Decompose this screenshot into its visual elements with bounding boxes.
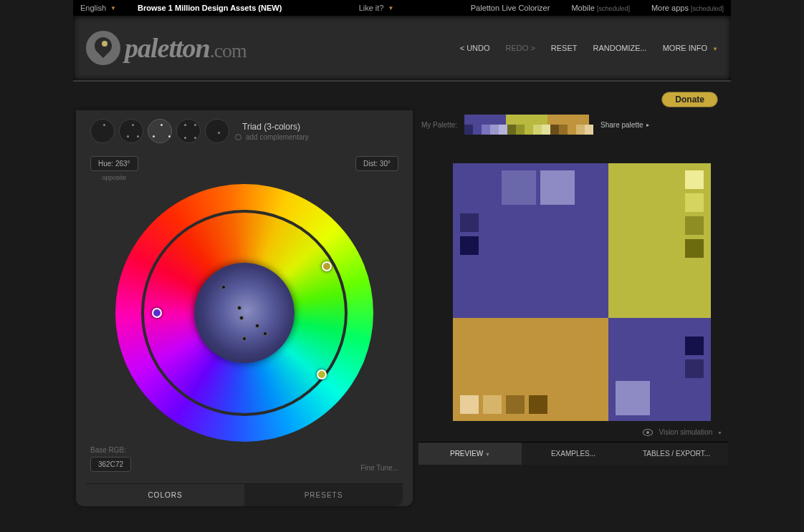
mini-swatch[interactable] (568, 125, 576, 135)
preview-swatch[interactable] (460, 395, 479, 414)
scheme-selector (90, 119, 229, 143)
language-label: English (80, 4, 106, 12)
preview-swatch[interactable] (685, 170, 704, 189)
color-wheel-panel: Triad (3-colors) add complementary Hue: … (76, 110, 413, 506)
undo-button[interactable]: < UNDO (460, 44, 490, 52)
preview-swatch[interactable] (685, 239, 704, 258)
preview-swatch[interactable] (685, 193, 704, 212)
fine-tune-link[interactable]: Fine Tune... (360, 464, 398, 472)
browse-assets-link[interactable]: Browse 1 Million Design Assets (NEW) (138, 4, 282, 12)
wheel-shade-dot[interactable] (239, 316, 244, 320)
preview-swatch[interactable] (540, 170, 575, 205)
like-it-dropdown[interactable]: Like it? ▼ (359, 4, 394, 12)
mini-palette[interactable] (464, 115, 593, 135)
top-bar: English ▼ Browse 1 Million Design Assets… (73, 0, 731, 16)
tab-examples[interactable]: EXAMPLES... (522, 442, 625, 465)
preview-swatch[interactable] (616, 381, 650, 415)
mobile-link[interactable]: Mobile [scheduled] (571, 4, 630, 12)
base-rgb-label: Base RGB: (90, 446, 131, 454)
logo-text: paletton.com (125, 32, 247, 64)
mini-swatch[interactable] (542, 125, 550, 135)
mini-swatch[interactable] (482, 125, 490, 135)
wheel-shade-dot[interactable] (255, 324, 259, 328)
language-selector[interactable]: English ▼ (80, 4, 116, 12)
mini-swatch[interactable] (490, 125, 499, 135)
scheme-option-triad[interactable] (148, 119, 172, 143)
preview-swatch[interactable] (460, 236, 479, 255)
palette-panel: My Palette: Share palette ▸ (418, 110, 728, 506)
mini-swatch[interactable] (499, 125, 507, 135)
mini-swatch[interactable] (507, 125, 516, 135)
scheme-option-monochromatic[interactable] (90, 119, 115, 143)
add-complementary-toggle[interactable]: add complementary (235, 133, 309, 141)
chevron-down-icon: ▼ (717, 430, 722, 435)
left-tab-bar: COLORS PRESETS (86, 483, 403, 506)
more-apps-link[interactable]: More apps [scheduled] (651, 4, 724, 12)
mini-swatch[interactable] (585, 125, 593, 135)
preview-swatch[interactable] (506, 395, 525, 414)
share-palette-link[interactable]: Share palette ▸ (600, 121, 649, 129)
eye-icon (643, 429, 653, 436)
hue-chip[interactable]: Hue: 263° (90, 156, 138, 171)
tab-colors[interactable]: COLORS (86, 484, 244, 506)
chevron-right-icon: ▸ (646, 122, 649, 128)
redo-button: REDO > (506, 44, 535, 52)
scheme-option-tetrad[interactable] (176, 119, 201, 143)
mini-swatch[interactable] (473, 125, 482, 135)
wheel-handle[interactable] (317, 369, 327, 379)
tab-preview[interactable]: PREVIEW▼ (418, 442, 522, 465)
mini-swatch[interactable] (516, 125, 525, 135)
preview-quadrant-primary[interactable] (453, 163, 608, 318)
preview-quadrant-primary-alt[interactable] (608, 318, 711, 421)
right-tab-bar: PREVIEW▼ EXAMPLES... TABLES / EXPORT... (418, 442, 728, 465)
reset-button[interactable]: RESET (551, 44, 578, 52)
mini-swatch[interactable] (464, 125, 473, 135)
preview-swatch[interactable] (502, 170, 536, 205)
preview-quadrant-secondary-a[interactable] (608, 163, 711, 318)
preview-swatch[interactable] (483, 395, 502, 414)
scheme-option-free-style[interactable] (205, 119, 229, 143)
randomize-button[interactable]: RANDOMIZE... (593, 44, 647, 52)
palette-preview (453, 163, 711, 421)
mini-swatch[interactable] (576, 125, 585, 135)
header: paletton.com < UNDO REDO > RESET RANDOMI… (73, 16, 731, 82)
like-it-label: Like it? (359, 4, 384, 12)
tab-presets[interactable]: PRESETS (244, 484, 403, 506)
vision-simulation-dropdown[interactable]: Vision simulation ▼ (659, 428, 722, 436)
chevron-down-icon: ▼ (110, 5, 116, 11)
preview-swatch[interactable] (685, 216, 704, 235)
teardrop-icon (86, 31, 120, 65)
wheel-shade-dot[interactable] (237, 306, 241, 310)
preview-swatch[interactable] (685, 359, 704, 378)
mini-swatch[interactable] (525, 125, 533, 135)
color-wheel[interactable] (115, 184, 373, 442)
chevron-down-icon: ▼ (388, 5, 393, 11)
hue-sublabel: opposite (90, 174, 138, 181)
wheel-shade-dot[interactable] (221, 285, 226, 289)
live-colorizer-link[interactable]: Paletton Live Colorizer (471, 4, 550, 12)
donate-button[interactable]: Donate (661, 92, 718, 107)
scheme-title: Triad (3-colors) (242, 122, 309, 132)
base-rgb-input[interactable]: 362C72 (90, 457, 131, 472)
scheme-option-adjacent[interactable] (119, 119, 143, 143)
preview-quadrant-secondary-b[interactable] (453, 318, 608, 421)
mini-swatch[interactable] (533, 125, 542, 135)
preview-swatch[interactable] (685, 337, 704, 355)
preview-swatch[interactable] (460, 213, 479, 232)
preview-swatch[interactable] (529, 395, 547, 414)
wheel-handle[interactable] (322, 261, 332, 271)
tab-export[interactable]: TABLES / EXPORT... (625, 442, 728, 465)
dist-chip[interactable]: Dist: 30° (355, 156, 398, 171)
wheel-inner-disc (194, 263, 295, 363)
header-actions: < UNDO REDO > RESET RANDOMIZE... MORE IN… (460, 44, 718, 52)
logo[interactable]: paletton.com (86, 31, 440, 65)
wheel-shade-dot[interactable] (263, 332, 267, 336)
wheel-handle[interactable] (152, 308, 162, 318)
mini-swatch[interactable] (559, 125, 568, 135)
wheel-shade-dot[interactable] (242, 337, 247, 341)
more-info-dropdown[interactable]: MORE INFO ▼ (663, 44, 718, 52)
radio-icon (235, 134, 241, 140)
mini-swatch[interactable] (550, 125, 559, 135)
chevron-down-icon: ▼ (485, 452, 490, 457)
my-palette-label: My Palette: (421, 121, 457, 129)
